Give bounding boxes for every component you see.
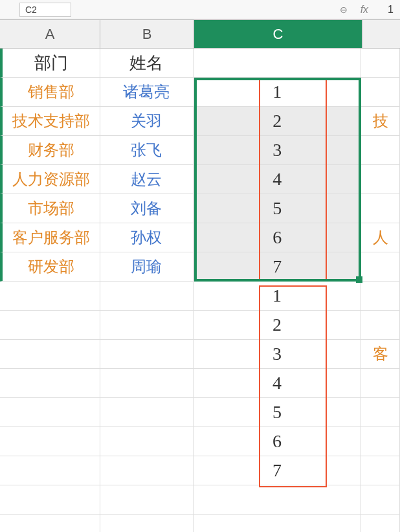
spreadsheet[interactable]: A B C 部门 姓名 销售部 诸葛亮 1 技术支持部 关羽 2 技 财务部 张… bbox=[0, 19, 400, 532]
cell-name[interactable]: 关羽 bbox=[100, 107, 194, 136]
cell[interactable] bbox=[0, 427, 100, 456]
column-headers: A B C bbox=[0, 19, 400, 49]
cell-c[interactable]: 5 bbox=[194, 398, 361, 427]
cell[interactable] bbox=[361, 485, 400, 515]
cell-name[interactable]: 赵云 bbox=[100, 165, 194, 194]
formula-value[interactable]: 1 bbox=[388, 4, 394, 16]
cell[interactable]: 客 bbox=[361, 340, 400, 369]
cell[interactable] bbox=[100, 282, 194, 311]
table-row: 技术支持部 关羽 2 技 bbox=[0, 107, 400, 136]
zoom-out-icon[interactable]: ⊖ bbox=[340, 5, 348, 15]
cell[interactable] bbox=[100, 369, 194, 398]
cell[interactable] bbox=[194, 515, 361, 532]
col-header-a[interactable]: A bbox=[0, 20, 100, 48]
col-header-c[interactable]: C bbox=[194, 20, 362, 48]
cell[interactable] bbox=[361, 515, 400, 532]
name-box[interactable]: C2 bbox=[19, 3, 71, 17]
cell[interactable] bbox=[100, 340, 194, 369]
cell-name[interactable]: 孙权 bbox=[100, 223, 194, 252]
cell[interactable]: 人 bbox=[361, 223, 400, 252]
cell-dept[interactable]: 技术支持部 bbox=[0, 107, 100, 136]
cell-c[interactable]: 2 bbox=[194, 311, 361, 340]
table-row: 7 bbox=[0, 456, 400, 485]
cell[interactable] bbox=[361, 311, 400, 340]
cell[interactable] bbox=[361, 165, 400, 194]
cell[interactable] bbox=[361, 136, 400, 165]
cell-c[interactable]: 1 bbox=[194, 282, 361, 311]
cell[interactable] bbox=[100, 427, 194, 456]
cell-c[interactable]: 6 bbox=[194, 223, 361, 252]
cell[interactable] bbox=[361, 49, 400, 78]
cell-c[interactable]: 5 bbox=[194, 194, 361, 223]
table-row: 客户服务部 孙权 6 人 bbox=[0, 223, 400, 252]
cell[interactable] bbox=[361, 78, 400, 107]
cell-name[interactable]: 张飞 bbox=[100, 136, 194, 165]
cell[interactable] bbox=[0, 515, 100, 532]
cell[interactable] bbox=[100, 515, 194, 532]
table-row: 3 客 bbox=[0, 340, 400, 369]
cell[interactable] bbox=[361, 194, 400, 223]
header-name[interactable]: 姓名 bbox=[100, 49, 194, 78]
cell-dept[interactable]: 客户服务部 bbox=[0, 223, 100, 252]
cell-c[interactable]: 3 bbox=[194, 136, 361, 165]
cell[interactable] bbox=[0, 369, 100, 398]
cell-c[interactable]: 1 bbox=[194, 78, 361, 107]
cell[interactable] bbox=[0, 282, 100, 311]
cell[interactable] bbox=[194, 49, 361, 78]
table-row: 人力资源部 赵云 4 bbox=[0, 165, 400, 194]
cell[interactable] bbox=[0, 485, 100, 515]
cell-dept[interactable]: 人力资源部 bbox=[0, 165, 100, 194]
cell[interactable] bbox=[361, 398, 400, 427]
table-row: 6 bbox=[0, 427, 400, 456]
table-row: 部门 姓名 bbox=[0, 49, 400, 78]
cell[interactable] bbox=[194, 485, 361, 515]
cell[interactable] bbox=[361, 252, 400, 282]
cell[interactable] bbox=[0, 311, 100, 340]
cell-c[interactable]: 6 bbox=[194, 427, 361, 456]
cell-c[interactable]: 4 bbox=[194, 165, 361, 194]
table-row: 财务部 张飞 3 bbox=[0, 136, 400, 165]
cell[interactable] bbox=[361, 369, 400, 398]
table-row: 5 bbox=[0, 398, 400, 427]
table-row: 研发部 周瑜 7 bbox=[0, 252, 400, 282]
table-row: 2 bbox=[0, 311, 400, 340]
cell-dept[interactable]: 销售部 bbox=[0, 78, 100, 107]
cell-dept[interactable]: 财务部 bbox=[0, 136, 100, 165]
cell-name[interactable]: 刘备 bbox=[100, 194, 194, 223]
cell-c[interactable]: 7 bbox=[194, 456, 361, 485]
cell[interactable] bbox=[100, 485, 194, 515]
cell-c[interactable]: 4 bbox=[194, 369, 361, 398]
cell[interactable] bbox=[0, 398, 100, 427]
table-row bbox=[0, 485, 400, 515]
cell-dept[interactable]: 市场部 bbox=[0, 194, 100, 223]
table-row: 4 bbox=[0, 369, 400, 398]
col-header-b[interactable]: B bbox=[100, 20, 194, 48]
cell[interactable] bbox=[0, 340, 100, 369]
grid[interactable]: 部门 姓名 销售部 诸葛亮 1 技术支持部 关羽 2 技 财务部 张飞 3 人力… bbox=[0, 49, 400, 532]
fx-icon[interactable]: fx bbox=[361, 4, 368, 16]
cell-name[interactable]: 诸葛亮 bbox=[100, 78, 194, 107]
cell[interactable] bbox=[361, 282, 400, 311]
table-row: 市场部 刘备 5 bbox=[0, 194, 400, 223]
header-dept[interactable]: 部门 bbox=[0, 49, 100, 78]
cell-c[interactable]: 3 bbox=[194, 340, 361, 369]
cell-dept[interactable]: 研发部 bbox=[0, 252, 100, 282]
cell[interactable]: 技 bbox=[361, 107, 400, 136]
table-row bbox=[0, 515, 400, 532]
cell-name[interactable]: 周瑜 bbox=[100, 252, 194, 282]
table-row: 销售部 诸葛亮 1 bbox=[0, 78, 400, 107]
cell[interactable] bbox=[100, 311, 194, 340]
table-row: 1 bbox=[0, 282, 400, 311]
cell[interactable] bbox=[0, 456, 100, 485]
cell[interactable] bbox=[361, 456, 400, 485]
formula-bar: C2 ⊖ fx 1 bbox=[0, 0, 400, 19]
cell-c[interactable]: 7 bbox=[194, 252, 361, 282]
cell[interactable] bbox=[100, 456, 194, 485]
cell[interactable] bbox=[100, 398, 194, 427]
cell[interactable] bbox=[361, 427, 400, 456]
cell-c[interactable]: 2 bbox=[194, 107, 361, 136]
